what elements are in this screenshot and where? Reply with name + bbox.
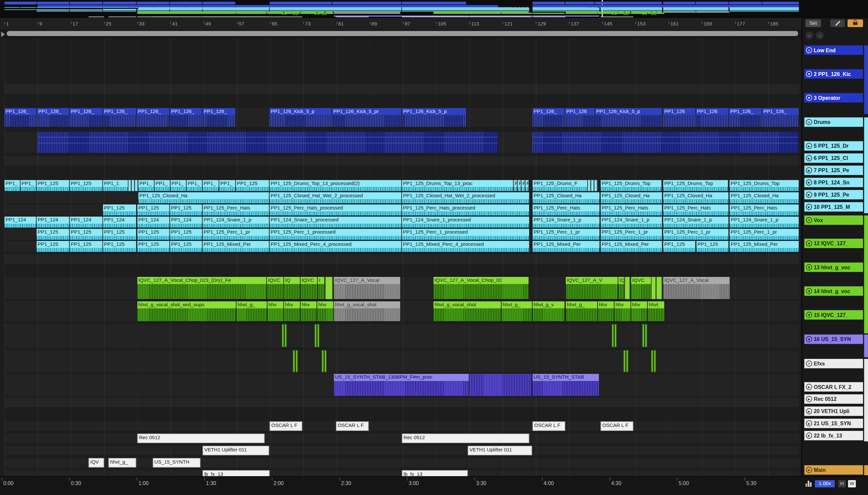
w-zoom-button[interactable]: W [848,480,856,488]
clip-pp1-125-mixed-perc[interactable]: PP1_125 [696,241,728,252]
clip-hhvt-vocal-shot[interactable]: hhvt_g_v [532,301,565,321]
clip-pp1-126-kick[interactable]: PP1_126_Kick_5_p [402,108,466,127]
fold-down-icon[interactable]: ▾ [806,288,812,294]
clip-pp1-125-closed-hat[interactable]: PP1_125_Closed_Hat_Wet_2_processed [402,192,529,204]
clip-pp1-124-snare[interactable]: PP1_124_Snare_1_p [532,217,600,228]
track-header-7-pp1-125-pe[interactable]: ▸7 PP1_125_Pe [804,166,863,175]
track-header-rec-0512[interactable]: ▸Rec 0512 [804,394,863,404]
fold-right-icon[interactable]: ▸ [806,155,812,161]
track-header-9-pp1-125-pe[interactable]: ▸9 PP1_125_Pe [804,190,863,199]
clip-hhvt-slivers-14[interactable] [284,324,287,347]
clip-pp1-125-drums-top[interactable]: PP1_125_Drums_Top [730,180,799,191]
group-unfold-icon[interactable]: ≡ [806,47,812,53]
track-header-16-us-15-syn[interactable]: ▾16 US_15_SYN [804,335,863,344]
fold-right-icon[interactable]: ▸ [806,383,812,390]
clip-iqvc-127-vocal[interactable] [652,277,656,299]
fold-right-icon[interactable]: ▸ [806,432,812,439]
group-unfold-icon[interactable]: ≡ [806,360,812,366]
clip-pp1-125-perc-1[interactable]: PP1_125_Perc_1_pr [202,229,269,240]
clip-lb-fx-13[interactable]: lb_fx_13 [402,470,468,476]
clip-pp1-125-drums-top[interactable]: F [526,180,529,191]
clip-hhvt-slivers-14[interactable] [614,324,617,347]
fold-right-icon[interactable]: ▸ [806,180,812,185]
track-header-efxs[interactable]: ≡Efxs [804,359,863,368]
clip-pp1-125-drums-top[interactable]: PP1_125 [236,180,269,191]
clip-pp1-126-kick[interactable]: PP1_126_ [532,108,565,127]
clip-pp1-125-perc-1[interactable]: PP1_125_Perc_1_processed [269,229,401,240]
clip-oscar-l-fx[interactable]: OSCAR L F [601,421,633,430]
track-header-8-pp1-124-sn[interactable]: ▸8 PP1_124_Sn [804,178,863,187]
clip-pp1-125-perc-1[interactable]: PP1_125 [170,229,202,240]
clip-hhvt-slivers-14[interactable] [642,324,644,347]
clip-pp1-126-kick[interactable]: PP1_126_Kick_5_p [269,108,332,127]
clip-pp1-126-kick[interactable]: PP1_126 [565,108,595,127]
clip-iqvc-127-vocal[interactable]: IQ [284,277,300,299]
clip-hhvt-slivers-14[interactable] [317,324,319,347]
clip-pp1-125-perc-hats[interactable]: PP1_125_Perc_Hats_processed [402,204,529,216]
clip-pp1-125-perc-1[interactable]: PP1_125 [137,229,170,240]
clip-hhvt-vocal-shot[interactable]: hhv [614,301,631,321]
clip-hhvt-vocal-shot[interactable]: hhv [301,301,317,321]
clip-pp1-124-snare[interactable]: PP1_124_Snare_1_processed [269,217,401,228]
clip-pp1-125-mixed-perc[interactable]: PP1_125 [70,241,102,252]
horizontal-scrollbar[interactable] [6,31,798,36]
clip-pp1-125-mixed-perc[interactable]: PP1_125_Mixed_Per [532,241,600,252]
clip-pp1-125-perc-1[interactable]: PP1_125_Perc_1_pr [730,229,799,240]
group-unfold-icon[interactable]: ≡ [806,119,812,125]
clip-operator[interactable] [532,132,799,153]
clip-pp1-125-mixed-perc[interactable]: PP1_125_Mixed_Per [202,241,269,252]
clip-hhvt-vocal-shot[interactable]: hhv [284,301,300,321]
track-header-main[interactable]: ▸Main [804,465,863,475]
lock-button[interactable] [848,19,863,27]
track-header-drums[interactable]: ≡Drums [804,117,863,126]
clip-pp1-125-drums-top[interactable]: PP1_ [171,180,186,191]
track-header-12-iqvc-127-[interactable]: ▾12 IQVC_127_ [804,239,863,248]
clip-iqvc-127-vocal[interactable]: IQVC_127_A_Vocal [334,277,400,299]
clip-hhvt-slivers-14[interactable] [645,324,648,347]
clip-pp1-125-drums-top[interactable]: PP1_ [155,180,170,191]
clip-pp1-125-mixed-perc[interactable]: PP1_125 [103,241,137,252]
beat-time-ruler[interactable]: 1917253341495765738189971051131211291371… [0,18,802,31]
clip-iqvc-127-vocal[interactable]: IQVC_127_A_Vocal_Chop_023_(Dry)_Fe [137,277,267,299]
clip-hhvt-slivers-14[interactable] [315,324,317,347]
clip-pp1-125-mixed-perc[interactable]: PP1_125_Mixed_Per [730,241,799,252]
clip-iqvc-slivers-15[interactable] [626,350,628,372]
clip-pp1-126-kick[interactable]: PP1_126_ [729,108,762,127]
fold-right-icon[interactable]: ▸ [806,143,812,149]
clip-pp1-124-snare[interactable]: PP1_124_Snare_1_processed [402,217,529,228]
track-header-13-hhvt-g-voc[interactable]: ▾13 hhvt_g_voc [804,262,863,272]
clip-pp1-125-drums-top[interactable]: F [517,180,521,191]
clip-hhvt-slivers-14[interactable] [612,324,614,347]
clip-pp1-125-closed-hat[interactable]: PP1_125_Closed_Ha [532,192,600,204]
clip-hhvt-vocal-shot[interactable]: hhv [631,301,648,321]
clip-pp1-125-mixed-perc[interactable]: PP1_125 [37,241,69,252]
h-zoom-button[interactable]: H [838,480,846,488]
clip-pp1-125-drums-top[interactable] [591,180,594,191]
fold-right-icon[interactable]: ▸ [806,192,812,198]
clip-iqvc-127-vocal[interactable]: IQVC_127_A_V [566,277,618,299]
clip-pp1-126-kick[interactable]: PP1_126_ [37,108,69,127]
clip-pp1-125-perc-hats[interactable]: PP1_125 [103,204,137,216]
clip-pp1-125-drums-top[interactable] [132,180,135,191]
clip-pp1-125-drums-top[interactable]: PP1_ [20,180,36,191]
clip-pp1-125-drums-top[interactable] [128,180,131,191]
clip-pp1-125-drums-top[interactable]: F [514,180,517,191]
draw-mode-button[interactable] [830,19,845,27]
clip-pp1-124-snare[interactable]: PP1_124_Snare_1_p [601,217,662,228]
clip-us-15-synth-fx[interactable]: US_15_SYNTH [153,458,200,467]
clip-pp1-125-drums-top[interactable]: PP1_ [187,180,202,191]
clip-lb-fx-13[interactable]: lb_fx_13 [202,470,269,476]
arrangement-area[interactable]: PP1_126_PP1_126_PP1_126_PP1_126_PP1_126_… [0,39,802,476]
clip-hhvt-vocal-shot[interactable]: hhv [598,301,614,321]
clip-pp1-125-mixed-perc[interactable]: PP1_125 [663,241,695,252]
fold-down-icon[interactable]: ▾ [806,336,812,342]
clip-pp1-124-snare[interactable]: PP1_124 [4,217,36,228]
clip-iqvc-127-vocal[interactable] [625,277,630,299]
fold-down-icon[interactable]: ▾ [806,95,812,101]
clip-pp1-125-perc-1[interactable]: PP1_125_Perc_1_pr [601,229,662,240]
clip-pp1-125-closed-hat[interactable]: PP1_125_Closed_Hat_Wet_2_processed [269,192,401,204]
clip-pp1-125-drums-top[interactable]: PP1_ [4,180,20,191]
fold-down-icon[interactable]: ▾ [806,71,812,77]
clip-pp1-125-perc-hats[interactable]: PP1_125 [170,204,202,216]
track-header-2-pp1-126-kic[interactable]: ▾2 PP1_126_Kic [804,69,863,79]
